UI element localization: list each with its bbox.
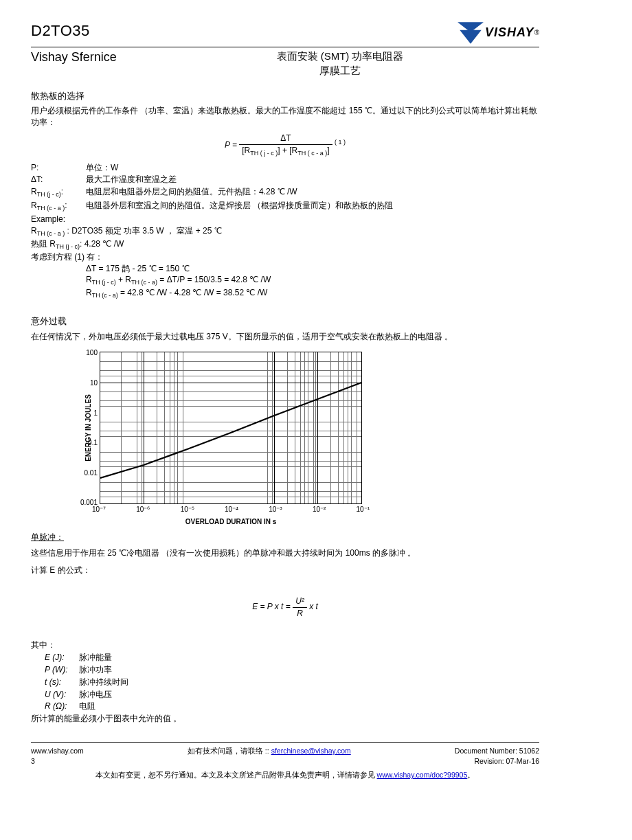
revision: Revision: 07-Mar-16 — [455, 756, 539, 767]
logo-text: VISHAY — [485, 24, 534, 41]
doc-number: Document Number: 51062 — [455, 746, 539, 756]
subheader: Vishay Sfernice 表面安装 (SMT) 功率电阻器 厚膜工艺 — [31, 49, 539, 78]
def-Rjc: RTH (j - c): 电阻层和电阻器外层之间的热阻值。元件热阻：4.28 ℃… — [31, 186, 539, 199]
footer-page: 3 — [31, 756, 84, 767]
calc3: RTH (c - a) = 42.8 ℃ /W - 4.28 ℃ /W = 38… — [86, 287, 539, 300]
pulse-text: 这些信息用于作用在 25 ℃冷电阻器 （没有一次使用损耗）的单脉冲和最大持续时间… — [31, 547, 539, 559]
legend-E: E (J):脉冲能量 — [45, 652, 539, 663]
pulse-note: 所计算的能量必须小于图表中允许的值 。 — [31, 713, 539, 725]
svg-marker-1 — [460, 30, 482, 44]
def-P: P: 单位：W — [31, 162, 539, 174]
legend-P: P (W):脉冲功率 — [45, 664, 539, 676]
contact-email-link[interactable]: sferchinese@vishay.com — [271, 747, 351, 755]
footer-url: www.vishay.com — [31, 746, 84, 756]
part-number: D2TO35 — [31, 21, 456, 42]
disclaimer-link[interactable]: www.vishay.com/doc?99905 — [377, 771, 468, 779]
vishay-triangle-icon — [456, 21, 485, 45]
energy-chart: ENERGY IN JOULES OVERLOAD DURATION IN s … — [52, 352, 539, 504]
page-footer: www.vishay.com 3 如有技术问题，请联络 :: sferchine… — [31, 746, 539, 766]
def-dT: ΔT: 最大工作温度和室温之差 — [31, 174, 539, 185]
example-label: Example: — [31, 214, 539, 225]
example-line2: 热阻 RTH (j - c): 4.28 ℃ /W — [31, 238, 539, 251]
example-line3: 考虑到方程 (1) 有： — [31, 251, 539, 263]
heatsink-intro: 用户必须根据元件的工作条件 （功率、室温）来选取散热板。最大的工作温度不能超过 … — [31, 105, 539, 128]
heatsink-heading: 散热板的选择 — [31, 90, 539, 102]
calc1: ΔT = 175 鹊 - 25 ℃ = 150 ℃ — [86, 263, 539, 275]
pulse-heading: 单脉冲： — [31, 532, 539, 543]
legend-R: R (Ω):电阻 — [45, 701, 539, 712]
pulse-calc-label: 计算 E 的公式： — [31, 565, 539, 576]
legend-t: t (s):脉冲持续时间 — [45, 677, 539, 688]
brand-name: Vishay Sfernice — [31, 49, 182, 66]
x-ticks: 10⁻⁷ 10⁻⁶ 10⁻⁵ 10⁻⁴ 10⁻³ 10⁻² 10⁻¹ — [92, 505, 370, 514]
overload-heading: 意外过载 — [31, 315, 539, 328]
where-label: 其中： — [31, 639, 539, 651]
chart-plot-area: ENERGY IN JOULES OVERLOAD DURATION IN s … — [100, 352, 362, 504]
chart-series-line — [100, 352, 361, 503]
def-Rca: RTH (c - a ): 电阻器外层和室温之间的热阻值。这是焊接层 （根据焊接… — [31, 200, 539, 213]
x-axis-label: OVERLOAD DURATION IN s — [100, 517, 361, 527]
doc-title: 表面安装 (SMT) 功率电阻器 厚膜工艺 — [182, 49, 498, 78]
energy-formula: E = P x t = U² R x t — [31, 595, 539, 620]
disclaimer: 本文如有变更，恕不另行通知。本文及本文所述产品附带具体免责声明，详情请参见 ww… — [31, 770, 539, 780]
overload-text: 在任何情况下，外加电压必须低于最大过载电压 375 V。下图所显示的值，适用于空… — [31, 331, 539, 343]
legend-U: U (V):脉冲电压 — [45, 689, 539, 701]
vishay-logo: VISHAY® — [456, 21, 539, 45]
page-header: D2TO35 VISHAY® — [31, 21, 539, 47]
calc2: RTH (j - c) + RTH (c - a) = ΔT/P = 150/3… — [86, 274, 539, 287]
example-line1: RTH (c - a ) : D2TO35 额定 功率 3.5 W ， 室温 +… — [31, 225, 539, 238]
power-formula: P = ΔT [RTH ( j - c )] + [RTH ( c - a )]… — [31, 133, 539, 158]
y-ticks: 100 10 1 0.1 0.01 0.001 — [73, 348, 98, 508]
